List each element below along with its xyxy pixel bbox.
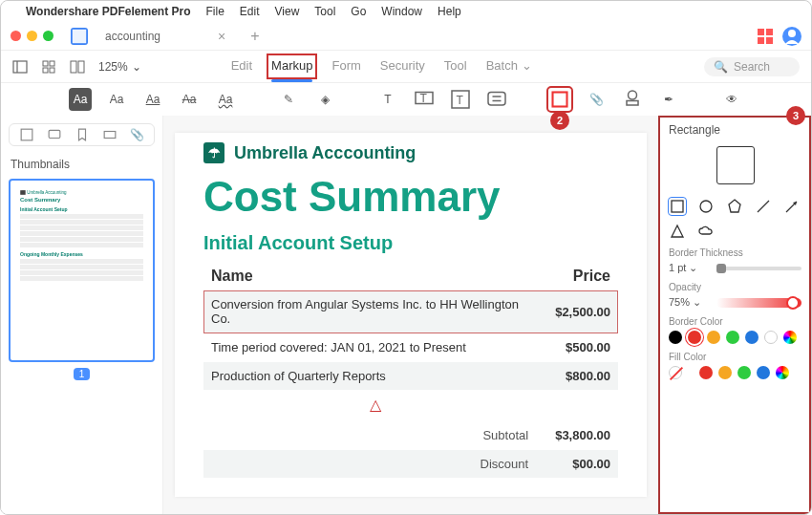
table-row: Conversion from Angular Systems Inc. to …: [203, 290, 618, 333]
zoom-value: 125%: [98, 60, 128, 74]
main-area: 📎 Thumbnails ⬛ Umbrella Accounting Cost …: [1, 116, 811, 514]
thickness-label: Border Thickness: [669, 247, 801, 258]
svg-text:T: T: [420, 92, 428, 105]
menu-tool[interactable]: Tool: [314, 5, 335, 18]
shape-line[interactable]: [755, 198, 772, 215]
opacity-select[interactable]: 75% ⌄: [669, 296, 711, 309]
two-page-icon[interactable]: [70, 59, 85, 75]
fill-color-label: Fill Color: [669, 352, 801, 362]
border-color-swatches: [669, 331, 801, 344]
fields-tab-icon[interactable]: [103, 128, 117, 141]
app-name[interactable]: Wondershare PDFelement Pro: [26, 5, 191, 18]
svg-rect-9: [78, 61, 84, 73]
mode-tool[interactable]: Tool: [444, 58, 467, 75]
shape-preview: [716, 146, 755, 184]
apps-grid-icon[interactable]: [758, 29, 773, 44]
thickness-slider[interactable]: [716, 267, 801, 270]
menu-edit[interactable]: Edit: [240, 5, 260, 18]
callout-tool[interactable]: T: [413, 88, 436, 111]
svg-line-26: [758, 201, 769, 212]
swatch-blue[interactable]: [745, 331, 759, 344]
bookmarks-tab-icon[interactable]: [75, 128, 89, 141]
col-name: Name: [203, 262, 547, 290]
sidebar-title: Thumbnails: [11, 158, 153, 171]
page-content: ☂ Umbrella Acccounting Cost Summary Init…: [175, 133, 647, 497]
page-thumbnail[interactable]: ⬛ Umbrella Accounting Cost Summary Initi…: [9, 179, 155, 362]
minimize-window-button[interactable]: [27, 31, 37, 41]
swatch-red[interactable]: [688, 331, 701, 344]
eraser-tool[interactable]: ◈: [313, 88, 336, 111]
main-toolbar: 125% ⌄ Edit Markup Form Security Tool Ba…: [1, 51, 811, 83]
zoom-selector[interactable]: 125% ⌄: [98, 60, 141, 74]
shape-rectangle-tool[interactable]: 2: [548, 88, 571, 111]
mode-form[interactable]: Form: [331, 58, 360, 75]
left-sidebar: 📎 Thumbnails ⬛ Umbrella Accounting Cost …: [1, 116, 163, 514]
svg-rect-5: [50, 61, 54, 66]
search-input[interactable]: 🔍 Search: [704, 57, 800, 76]
document-tab[interactable]: accounting ×: [97, 25, 233, 48]
shape-cloud[interactable]: [697, 223, 715, 240]
sticky-note-tool[interactable]: [485, 88, 508, 111]
pencil-tool[interactable]: ✎: [277, 88, 300, 111]
swatch-green[interactable]: [726, 331, 739, 344]
mode-security[interactable]: Security: [380, 58, 425, 75]
swatch-orange[interactable]: [707, 331, 720, 344]
squiggly-tool[interactable]: Aa: [214, 88, 237, 111]
svg-rect-0: [73, 29, 86, 42]
svg-rect-7: [50, 68, 54, 73]
fullscreen-window-button[interactable]: [43, 31, 53, 41]
shape-arrow[interactable]: [783, 198, 801, 215]
text-box-tool[interactable]: T: [376, 88, 399, 111]
grid-view-icon[interactable]: [41, 59, 56, 75]
swatch-black[interactable]: [669, 331, 682, 344]
svg-rect-4: [43, 61, 48, 66]
hide-annotations-tool[interactable]: 👁: [720, 88, 743, 111]
strikethrough-tool[interactable]: Aa: [178, 88, 201, 111]
table-row: Production of Quarterly Reports $800.00: [203, 362, 618, 391]
document-canvas[interactable]: ☂ Umbrella Acccounting Cost Summary Init…: [163, 116, 658, 514]
swatch-custom-color[interactable]: [776, 366, 789, 379]
menu-go[interactable]: Go: [351, 5, 366, 18]
svg-marker-29: [672, 225, 683, 237]
mode-batch[interactable]: Batch ⌄: [486, 58, 532, 75]
new-tab-button[interactable]: +: [243, 28, 267, 45]
shape-pentagon[interactable]: [726, 198, 743, 215]
swatch-no-fill[interactable]: [669, 366, 682, 379]
swatch-custom-color[interactable]: [783, 331, 797, 344]
comments-tab-icon[interactable]: [48, 128, 61, 141]
section-heading: Initial Account Setup: [203, 232, 618, 254]
menu-view[interactable]: View: [275, 5, 300, 18]
menu-file[interactable]: File: [206, 5, 224, 18]
swatch-orange[interactable]: [718, 366, 732, 379]
swatch-blue[interactable]: [757, 366, 770, 379]
menu-help[interactable]: Help: [438, 5, 461, 18]
swatch-green[interactable]: [737, 366, 751, 379]
stamp-tool[interactable]: [621, 88, 644, 111]
close-tab-icon[interactable]: ×: [218, 29, 225, 44]
signature-tool[interactable]: ✒: [657, 88, 680, 111]
note-box-tool[interactable]: T: [449, 88, 472, 111]
thumbnails-tab-icon[interactable]: [20, 128, 33, 141]
swatch-white[interactable]: [764, 331, 778, 344]
thickness-select[interactable]: 1 pt ⌄: [669, 262, 711, 274]
table-row: Time period covered: JAN 01, 2021 to Pre…: [203, 333, 618, 362]
close-window-button[interactable]: [11, 31, 21, 41]
mode-edit[interactable]: Edit: [231, 58, 252, 75]
text-font-a[interactable]: Aa: [105, 88, 128, 111]
discount-row: Discount $00.00: [203, 450, 618, 479]
shape-circle[interactable]: [697, 198, 715, 215]
underline-tool[interactable]: Aa: [141, 88, 164, 111]
shape-rectangle[interactable]: [669, 198, 686, 215]
swatch-red[interactable]: [699, 366, 713, 379]
mode-markup[interactable]: Markup: [271, 58, 312, 75]
user-avatar[interactable]: [782, 27, 801, 46]
highlight-tool[interactable]: Aa: [69, 88, 92, 111]
shape-triangle[interactable]: [669, 223, 686, 240]
attachment-tool[interactable]: 📎: [585, 88, 608, 111]
svg-rect-6: [43, 68, 48, 73]
menu-window[interactable]: Window: [381, 5, 422, 18]
attachments-tab-icon[interactable]: 📎: [131, 128, 144, 141]
app-home-icon[interactable]: [71, 28, 88, 45]
opacity-slider[interactable]: [716, 298, 801, 308]
sidebar-toggle-icon[interactable]: [12, 59, 28, 75]
